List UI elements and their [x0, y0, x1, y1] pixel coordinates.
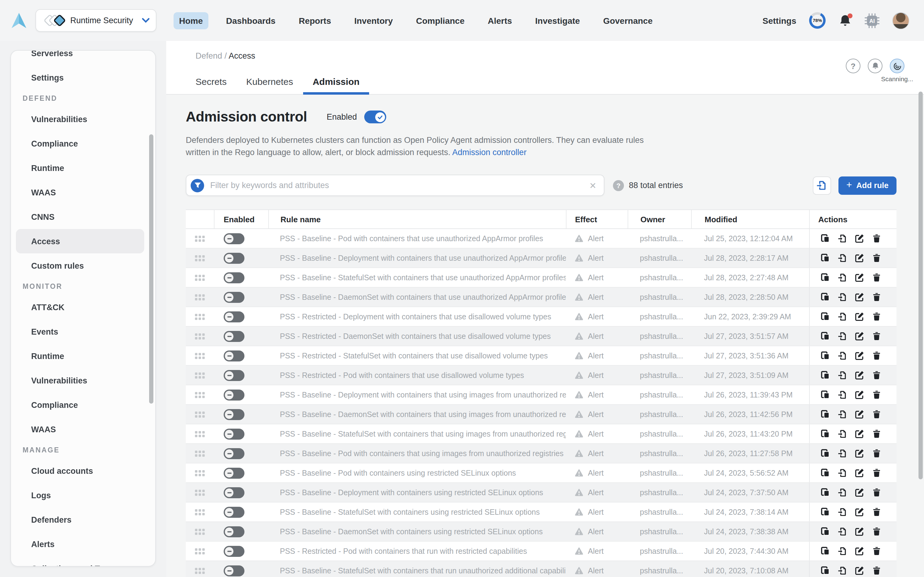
rule-name-cell[interactable]: PSS - Baseline - Pod with containers tha…: [268, 444, 566, 463]
sidebar-entry[interactable]: Settings: [16, 65, 144, 90]
rule-name-cell[interactable]: PSS - Restricted - Pod with containers t…: [268, 366, 566, 385]
rule-name-cell[interactable]: PSS - Baseline - Deployment with contain…: [268, 385, 566, 404]
sidebar-entry[interactable]: Cloud accounts: [16, 459, 144, 483]
drag-handle-icon[interactable]: [195, 470, 205, 476]
owner-column-header[interactable]: Owner: [628, 210, 691, 228]
filter-input[interactable]: [210, 181, 590, 190]
rule-name-cell[interactable]: PSS - Baseline - Deployment with contain…: [268, 483, 566, 502]
copy-rule-icon[interactable]: [821, 468, 830, 477]
sidebar-entry[interactable]: Serverless: [16, 50, 144, 65]
sidebar-entry[interactable]: Compliance: [16, 131, 144, 156]
rule-toggle[interactable]: [224, 350, 244, 361]
sidebar-entry[interactable]: Vulnerabilities: [16, 368, 144, 393]
copy-rule-icon[interactable]: [821, 351, 830, 360]
tab[interactable]: Admission: [303, 76, 369, 94]
scanning-status-button[interactable]: Scanning...: [890, 59, 905, 73]
edit-rule-icon[interactable]: [855, 312, 864, 321]
export-rule-icon[interactable]: [838, 449, 847, 458]
edit-rule-icon[interactable]: [855, 566, 864, 575]
copy-rule-icon[interactable]: [821, 449, 830, 458]
export-button[interactable]: [813, 176, 831, 195]
export-rule-icon[interactable]: [838, 371, 847, 380]
effect-column-header[interactable]: Effect: [566, 210, 628, 228]
copy-rule-icon[interactable]: [821, 273, 830, 282]
delete-rule-icon[interactable]: [872, 468, 881, 477]
edit-rule-icon[interactable]: [855, 527, 864, 536]
copy-rule-icon[interactable]: [821, 332, 830, 341]
ai-copilot-icon[interactable]: AI: [865, 13, 879, 28]
drag-handle-icon[interactable]: [195, 255, 205, 261]
sidebar-scrollbar[interactable]: [149, 134, 153, 404]
edit-rule-icon[interactable]: [855, 273, 864, 282]
sidebar-entry[interactable]: Defenders: [16, 508, 144, 532]
rule-name-cell[interactable]: PSS - Baseline - StatefulSet with contai…: [268, 424, 566, 443]
tab[interactable]: Secrets: [186, 76, 236, 94]
delete-rule-icon[interactable]: [872, 546, 881, 556]
copy-rule-icon[interactable]: [821, 410, 830, 419]
edit-rule-icon[interactable]: [855, 292, 864, 301]
admission-control-toggle[interactable]: [364, 111, 386, 123]
copy-rule-icon[interactable]: [821, 234, 830, 243]
drag-handle-icon[interactable]: [195, 548, 205, 554]
drag-handle-icon[interactable]: [195, 392, 205, 398]
rule-toggle[interactable]: [224, 330, 244, 342]
delete-rule-icon[interactable]: [872, 253, 881, 263]
export-rule-icon[interactable]: [838, 332, 847, 341]
nav-item[interactable]: Compliance: [411, 12, 470, 29]
rule-name-cell[interactable]: PSS - Restricted - StatefulSet with cont…: [268, 346, 566, 365]
delete-rule-icon[interactable]: [872, 527, 881, 536]
admission-controller-link[interactable]: Admission controller: [452, 148, 527, 157]
sidebar-entry[interactable]: Runtime: [16, 344, 144, 368]
drag-handle-icon[interactable]: [195, 450, 205, 456]
clear-filter-icon[interactable]: ✕: [590, 181, 596, 190]
copy-rule-icon[interactable]: [821, 253, 830, 263]
sidebar-entry[interactable]: ATT&CK: [16, 295, 144, 319]
rule-toggle[interactable]: [224, 448, 244, 459]
sidebar-entry[interactable]: Logs: [16, 483, 144, 508]
export-rule-icon[interactable]: [838, 234, 847, 243]
rule-name-cell[interactable]: PSS - Restricted - Deployment with conta…: [268, 307, 566, 326]
sidebar-entry[interactable]: Alerts: [16, 532, 144, 556]
export-rule-icon[interactable]: [838, 351, 847, 360]
nav-item[interactable]: Dashboards: [221, 12, 281, 29]
sidebar-entry[interactable]: Compliance: [16, 393, 144, 417]
export-rule-icon[interactable]: [838, 273, 847, 282]
sidebar-entry[interactable]: Events: [16, 319, 144, 344]
rule-name-cell[interactable]: PSS - Baseline - StatefulSet with contai…: [268, 561, 566, 577]
delete-rule-icon[interactable]: [872, 449, 881, 458]
sidebar-entry[interactable]: Collections and Tags: [16, 556, 144, 567]
drag-handle-icon[interactable]: [195, 314, 205, 320]
export-rule-icon[interactable]: [838, 546, 847, 556]
drag-handle-icon[interactable]: [195, 431, 205, 437]
delete-rule-icon[interactable]: [872, 410, 881, 419]
edit-rule-icon[interactable]: [855, 488, 864, 497]
drag-handle-icon[interactable]: [195, 274, 205, 280]
edit-rule-icon[interactable]: [855, 253, 864, 263]
export-rule-icon[interactable]: [838, 566, 847, 575]
rule-name-cell[interactable]: PSS - Baseline - DaemonSet with containe…: [268, 405, 566, 424]
edit-rule-icon[interactable]: [855, 371, 864, 380]
sidebar-entry[interactable]: WAAS: [16, 417, 144, 442]
delete-rule-icon[interactable]: [872, 351, 881, 360]
rule-toggle[interactable]: [224, 292, 244, 303]
drag-handle-icon[interactable]: [195, 235, 205, 242]
drag-handle-icon[interactable]: [195, 372, 205, 378]
delete-rule-icon[interactable]: [872, 332, 881, 341]
sidebar-entry[interactable]: WAAS: [16, 180, 144, 205]
rule-toggle[interactable]: [224, 487, 244, 498]
edit-rule-icon[interactable]: [855, 429, 864, 438]
tab[interactable]: Kubernetes: [236, 76, 303, 94]
export-rule-icon[interactable]: [838, 390, 847, 399]
main-scrollbar[interactable]: [919, 92, 923, 479]
rule-toggle[interactable]: [224, 428, 244, 439]
edit-rule-icon[interactable]: [855, 449, 864, 458]
export-rule-icon[interactable]: [838, 429, 847, 438]
nav-item[interactable]: Home: [174, 12, 208, 29]
rule-name-cell[interactable]: PSS - Restricted - DaemonSet with contai…: [268, 327, 566, 346]
copy-rule-icon[interactable]: [821, 429, 830, 438]
sidebar-entry[interactable]: Vulnerabilities: [16, 107, 144, 131]
drag-handle-icon[interactable]: [195, 294, 205, 300]
export-rule-icon[interactable]: [838, 468, 847, 477]
rule-toggle[interactable]: [224, 506, 244, 517]
entries-help-icon[interactable]: ?: [613, 180, 624, 191]
